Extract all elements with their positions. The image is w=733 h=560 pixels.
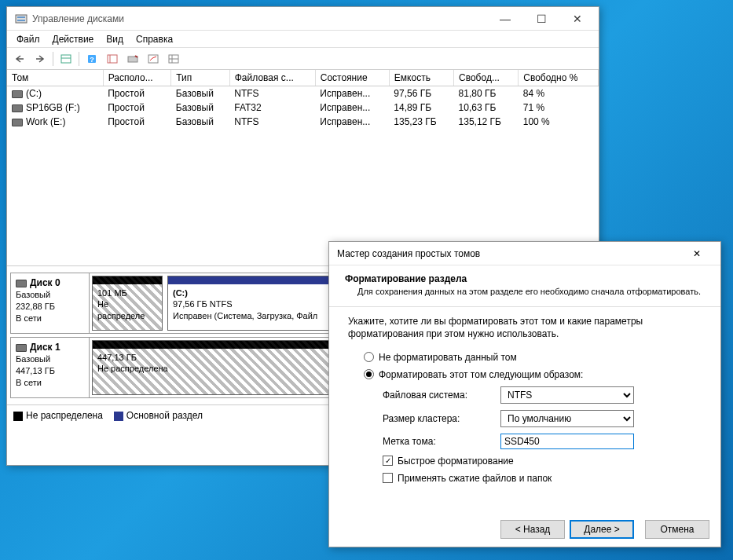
next-button[interactable]: Далее > [570,520,634,539]
volume-row[interactable]: (C:)ПростойБазовыйNTFSИсправен...97,56 Г… [7,86,599,101]
label-cluster-size: Размер кластера: [383,413,500,424]
app-icon [15,13,27,25]
cancel-button[interactable]: Отмена [645,520,709,539]
wizard-step-subtitle: Для сохранения данных на этом разделе ег… [357,286,705,297]
label-filesystem: Файловая система: [383,390,500,401]
separator [79,52,79,66]
close-button[interactable]: ✕ [559,7,596,31]
layout-button[interactable] [164,50,183,68]
volume-wizard-dialog: Мастер создания простых томов ✕ Форматир… [328,241,721,547]
radio-no-format[interactable]: Не форматировать данный том [364,352,702,363]
disk-icon [16,344,27,352]
menu-действие[interactable]: Действие [46,32,101,46]
titlebar: Управление дисками — ☐ ✕ [7,7,599,31]
disk-icon [16,280,27,287]
wizard-body: Укажите, хотите ли вы форматировать этот… [329,315,720,483]
settings-button[interactable] [103,50,122,68]
minimize-button[interactable]: — [487,7,523,31]
volume-icon [12,90,23,98]
refresh-button[interactable] [123,50,142,68]
radio-icon [364,369,374,379]
menubar: ФайлДействиеВидСправка [7,31,599,48]
wizard-footer: < Назад Далее > Отмена [500,520,709,539]
cluster-size-select[interactable]: По умолчанию [500,410,634,427]
volume-list[interactable]: ТомРасполо...ТипФайловая с...СостояниеЕм… [7,70,599,266]
svg-rect-7 [108,55,117,63]
maximize-button[interactable]: ☐ [523,7,559,31]
svg-rect-1 [17,16,25,18]
svg-text:?: ? [90,56,94,64]
filesystem-select[interactable]: NTFS [500,386,634,404]
wizard-instruction: Укажите, хотите ли вы форматировать этот… [348,315,702,340]
help-button[interactable]: ? [82,50,101,68]
separator [53,52,53,66]
column-header[interactable]: Файловая с... [229,70,315,86]
checkbox-compression[interactable]: Применять сжатие файлов и папок [383,473,702,484]
svg-rect-3 [61,55,71,63]
radio-label: Форматировать этот том следующим образом… [379,369,583,380]
partition[interactable]: 101 МБНе распределе [92,276,163,331]
divider [329,306,720,307]
column-header[interactable]: Свобод... [454,70,519,86]
column-header[interactable]: Емкость [389,70,453,86]
label-volume-label: Метка тома: [383,436,500,447]
menu-справка[interactable]: Справка [130,32,179,46]
checkbox-icon [383,473,393,483]
back-button[interactable] [10,50,29,68]
disk-info[interactable]: Диск 1Базовый447,13 ГБВ сети [11,338,90,397]
menu-вид[interactable]: Вид [100,32,130,46]
wizard-header: Форматирование раздела Для сохранения да… [329,265,720,303]
checkbox-label: Быстрое форматирование [398,456,514,467]
column-header[interactable]: Состояние [315,70,389,86]
column-header[interactable]: Том [7,70,103,86]
column-header[interactable]: Свободно % [519,70,599,86]
toolbar: ? [7,48,599,70]
volume-row[interactable]: Work (E:)ПростойБазовыйNTFSИсправен...13… [7,115,599,129]
wizard-titlebar: Мастер создания простых томов ✕ [329,242,720,265]
volume-icon [12,119,23,126]
menu-файл[interactable]: Файл [10,32,46,46]
view-button[interactable] [57,50,75,68]
svg-rect-2 [17,20,25,21]
legend-unallocated: Не распределена [13,410,103,421]
wizard-step-title: Форматирование раздела [345,273,705,284]
properties-button[interactable] [144,50,163,68]
svg-rect-0 [16,15,27,23]
svg-rect-10 [148,55,158,63]
checkbox-quick-format[interactable]: ✓ Быстрое форматирование [383,456,702,467]
wizard-close-button[interactable]: ✕ [681,243,713,265]
window-controls: — ☐ ✕ [487,7,596,31]
window-title: Управление дисками [32,13,487,24]
volume-icon [12,104,23,112]
checkbox-label: Применять сжатие файлов и папок [398,473,552,484]
radio-format[interactable]: Форматировать этот том следующим образом… [364,369,702,380]
column-header[interactable]: Располо... [103,70,171,86]
column-header[interactable]: Тип [171,70,229,86]
back-button[interactable]: < Назад [500,520,565,539]
wizard-title: Мастер создания простых томов [337,248,681,259]
disk-info[interactable]: Диск 0Базовый232,88 ГБВ сети [11,273,90,333]
legend-primary: Основной раздел [114,410,203,421]
volume-row[interactable]: SP16GB (F:)ПростойБазовыйFAT32Исправен..… [7,101,599,115]
volume-label-input[interactable] [500,434,634,449]
radio-label: Не форматировать данный том [379,352,517,363]
checkbox-icon: ✓ [383,456,393,466]
forward-button[interactable] [31,50,49,68]
svg-rect-9 [128,57,137,62]
radio-icon [364,352,374,362]
